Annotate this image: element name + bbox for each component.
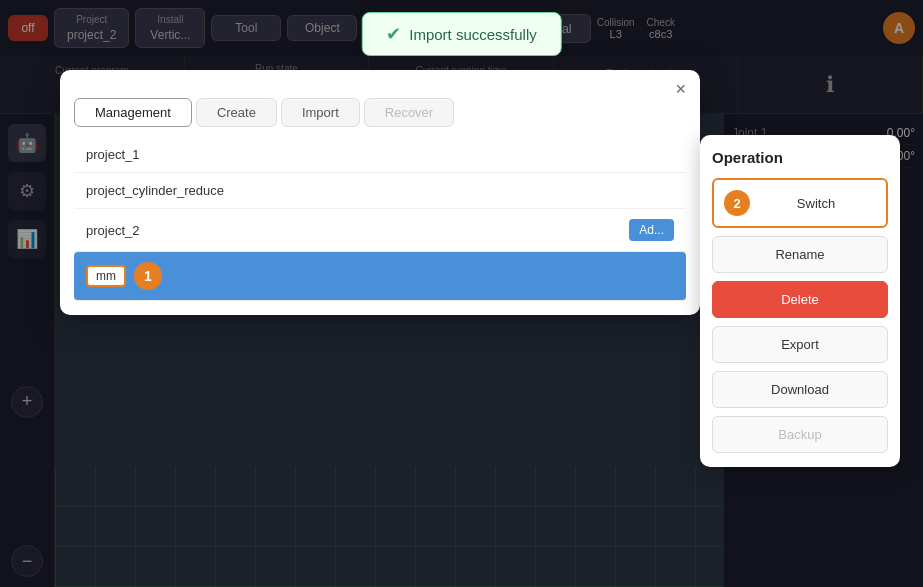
toast-message: Import successfully	[409, 26, 537, 43]
operation-panel: Operation 2 Switch Rename Delete Export …	[700, 135, 900, 467]
switch-button[interactable]: 2 Switch	[712, 178, 888, 228]
tab-management[interactable]: Management	[74, 98, 192, 127]
tab-recover[interactable]: Recover	[364, 98, 454, 127]
delete-button[interactable]: Delete	[712, 281, 888, 318]
tab-create[interactable]: Create	[196, 98, 277, 127]
project-item-mm[interactable]: mm 1	[74, 252, 686, 301]
project-item-3-name: project_2	[86, 223, 139, 238]
project-item-3[interactable]: project_2 Ad...	[74, 209, 686, 252]
dialog-close-button[interactable]: ×	[675, 80, 686, 98]
export-button[interactable]: Export	[712, 326, 888, 363]
selected-badge: 1	[134, 262, 162, 290]
switch-label: Switch	[756, 196, 876, 211]
project-item-2[interactable]: project_cylinder_reduce	[74, 173, 686, 209]
project-dialog: × Management Create Import Recover proje…	[60, 70, 700, 315]
project-list: project_1 project_cylinder_reduce projec…	[60, 137, 700, 315]
switch-number-badge: 2	[724, 190, 750, 216]
dialog-tabs: Management Create Import Recover	[60, 98, 700, 137]
tab-import[interactable]: Import	[281, 98, 360, 127]
check-circle-icon: ✔	[386, 23, 401, 45]
dialog-header: ×	[60, 70, 700, 98]
rename-button[interactable]: Rename	[712, 236, 888, 273]
import-success-toast: ✔ Import successfully	[361, 12, 562, 56]
mm-badge: mm	[86, 265, 126, 287]
add-button[interactable]: Ad...	[629, 219, 674, 241]
download-button[interactable]: Download	[712, 371, 888, 408]
operation-title: Operation	[712, 149, 888, 166]
project-item-1[interactable]: project_1	[74, 137, 686, 173]
backup-button[interactable]: Backup	[712, 416, 888, 453]
modal-overlay: ✔ Import successfully × Management Creat…	[0, 0, 923, 587]
